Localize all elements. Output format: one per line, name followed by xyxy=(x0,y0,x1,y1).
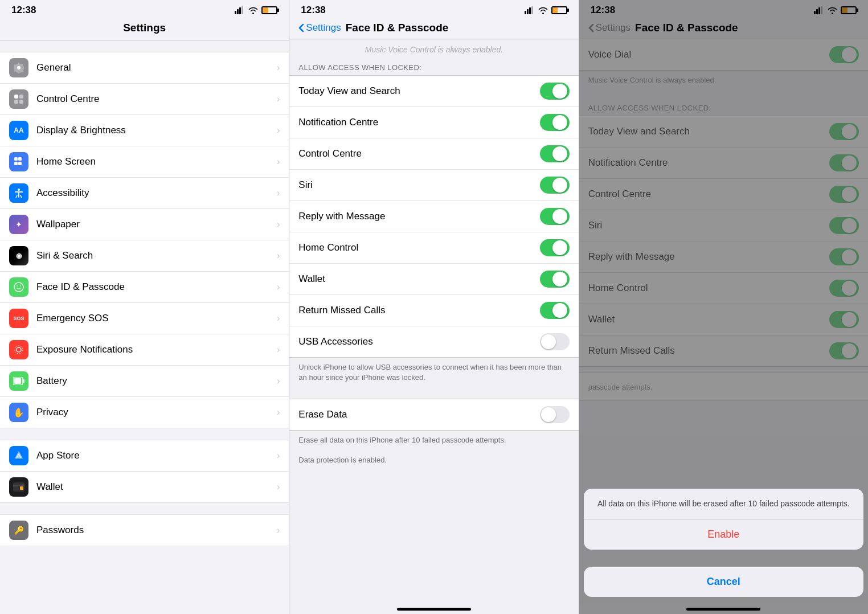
svg-rect-6 xyxy=(19,95,23,99)
svg-rect-28 xyxy=(531,6,533,14)
faceid-chevron: › xyxy=(277,282,280,292)
faceid-nav-row-2: Settings Face ID & Passcode xyxy=(289,18,578,39)
toggle-row-wallet-2[interactable]: Wallet xyxy=(289,264,578,295)
wallpaper-chevron: › xyxy=(277,219,280,230)
toggle-row-today-2[interactable]: Today View and Search xyxy=(289,76,578,107)
wifi-icon-2 xyxy=(538,7,548,14)
general-chevron: › xyxy=(277,63,280,73)
appstore-icon-svg xyxy=(13,450,24,461)
toggle-row-homecontrol-2[interactable]: Home Control xyxy=(289,232,578,264)
homescreen-chevron: › xyxy=(277,157,280,167)
settings-row-appstore[interactable]: App Store › xyxy=(0,440,289,472)
svg-rect-26 xyxy=(527,9,529,14)
passwords-icon: 🔑 xyxy=(9,521,28,540)
toggle-row-siri-2[interactable]: Siri xyxy=(289,170,578,201)
toggle-label-missed-2: Return Missed Calls xyxy=(298,305,539,316)
toggle-usb-2[interactable] xyxy=(540,333,570,350)
svg-point-15 xyxy=(17,285,18,286)
accessibility-chevron: › xyxy=(277,188,280,198)
toggle-row-erase[interactable]: Erase Data xyxy=(289,399,578,430)
settings-row-general[interactable]: General › xyxy=(0,52,289,84)
settings-row-faceid[interactable]: Face ID & Passcode › xyxy=(0,272,289,303)
privacy-label: Privacy xyxy=(36,407,277,418)
svg-rect-5 xyxy=(14,95,18,99)
svg-rect-24 xyxy=(20,486,23,490)
toggle-reply-2[interactable] xyxy=(540,208,570,225)
passwords-label: Passwords xyxy=(36,525,277,536)
data-protection-text: Data protection is enabled. xyxy=(289,455,578,474)
passwords-icon-text: 🔑 xyxy=(14,526,24,535)
toggle-today-2[interactable] xyxy=(540,83,570,100)
settings-section-1: General › Control Centre › AA xyxy=(0,52,289,428)
erase-alert-container: All data on this iPhone will be erased a… xyxy=(584,489,863,550)
settings-row-exposure[interactable]: Exposure Notifications › xyxy=(0,334,289,366)
svg-rect-11 xyxy=(14,162,18,165)
exposure-chevron: › xyxy=(277,345,280,355)
toggle-homecontrol-2[interactable] xyxy=(540,239,570,256)
settings-row-privacy[interactable]: ✋ Privacy › xyxy=(0,397,289,428)
toggle-label-notification-2: Notification Centre xyxy=(298,117,539,128)
erase-description: Erase all data on this iPhone after 10 f… xyxy=(289,431,578,455)
wallet-label: Wallet xyxy=(36,481,277,493)
accessibility-label: Accessibility xyxy=(36,187,277,199)
faceid-content-2[interactable]: Music Voice Control is always enabled. A… xyxy=(289,39,578,603)
back-button-2[interactable]: Settings xyxy=(298,22,341,34)
toggle-label-siri-2: Siri xyxy=(298,179,539,191)
battery-container xyxy=(261,6,277,14)
settings-row-siri[interactable]: ◉ Siri & Search › xyxy=(0,240,289,272)
display-chevron: › xyxy=(277,125,280,136)
toggle-missed-2[interactable] xyxy=(540,302,570,319)
svg-rect-20 xyxy=(14,378,21,384)
toggle-row-usb-2[interactable]: USB Accessories xyxy=(289,326,578,357)
wallet-icon xyxy=(9,477,28,497)
privacy-chevron: › xyxy=(277,407,280,417)
svg-rect-9 xyxy=(14,157,18,161)
svg-rect-7 xyxy=(14,100,18,104)
svg-rect-2 xyxy=(239,7,241,14)
back-chevron-2 xyxy=(298,23,304,32)
alert-message: All data on this iPhone will be erased a… xyxy=(584,489,863,519)
settings-row-wallet[interactable]: Wallet › xyxy=(0,472,289,503)
privacy-icon: ✋ xyxy=(9,403,28,422)
settings-list[interactable]: General › Control Centre › AA xyxy=(0,40,289,614)
appstore-icon xyxy=(9,446,28,465)
wallpaper-icon-text: ✦ xyxy=(15,220,22,229)
exposure-icon-svg xyxy=(13,344,24,355)
settings-row-control[interactable]: Control Centre › xyxy=(0,84,289,115)
panel-settings: 12:38 Settings xyxy=(0,0,289,614)
settings-row-homescreen[interactable]: Home Screen › xyxy=(0,146,289,178)
toggle-wallet-2[interactable] xyxy=(540,271,570,288)
status-icons-1 xyxy=(235,6,277,14)
display-label: Display & Brightness xyxy=(36,125,277,136)
settings-row-display[interactable]: AA Display & Brightness › xyxy=(0,115,289,146)
settings-row-wallpaper[interactable]: ✦ Wallpaper › xyxy=(0,209,289,240)
settings-row-passwords[interactable]: 🔑 Passwords › xyxy=(0,514,289,546)
control-label: Control Centre xyxy=(36,93,277,105)
toggle-control-2[interactable] xyxy=(540,145,570,162)
toggle-row-notification-2[interactable]: Notification Centre xyxy=(289,107,578,138)
appstore-label: App Store xyxy=(36,450,277,461)
passwords-chevron: › xyxy=(277,525,280,535)
toggle-siri-2[interactable] xyxy=(540,177,570,194)
toggle-row-reply-2[interactable]: Reply with Message xyxy=(289,201,578,232)
settings-row-battery[interactable]: Battery › xyxy=(0,366,289,397)
toggle-row-missed-2[interactable]: Return Missed Calls xyxy=(289,295,578,326)
status-time-2: 12:38 xyxy=(301,5,325,16)
settings-nav-header: Settings xyxy=(0,18,289,40)
toggle-notification-2[interactable] xyxy=(540,114,570,131)
wallpaper-icon: ✦ xyxy=(9,215,28,234)
privacy-icon-text: ✋ xyxy=(13,407,24,418)
toggle-erase[interactable] xyxy=(540,406,570,423)
settings-row-accessibility[interactable]: Accessibility › xyxy=(0,178,289,209)
svg-rect-8 xyxy=(19,100,23,104)
erase-section: Erase Data xyxy=(289,399,578,431)
panel-faceid-middle: 12:38 Settings Face ID & P xyxy=(289,0,579,614)
toggle-row-control-2[interactable]: Control Centre xyxy=(289,138,578,170)
settings-row-sos[interactable]: SOS Emergency SOS › xyxy=(0,303,289,334)
cancel-button[interactable]: Cancel xyxy=(584,567,863,597)
enable-button[interactable]: Enable xyxy=(584,519,863,550)
wallet-chevron: › xyxy=(277,482,280,492)
back-label-2: Settings xyxy=(306,22,341,34)
toggle-label-control-2: Control Centre xyxy=(298,148,539,159)
homescreen-icon xyxy=(9,152,28,171)
